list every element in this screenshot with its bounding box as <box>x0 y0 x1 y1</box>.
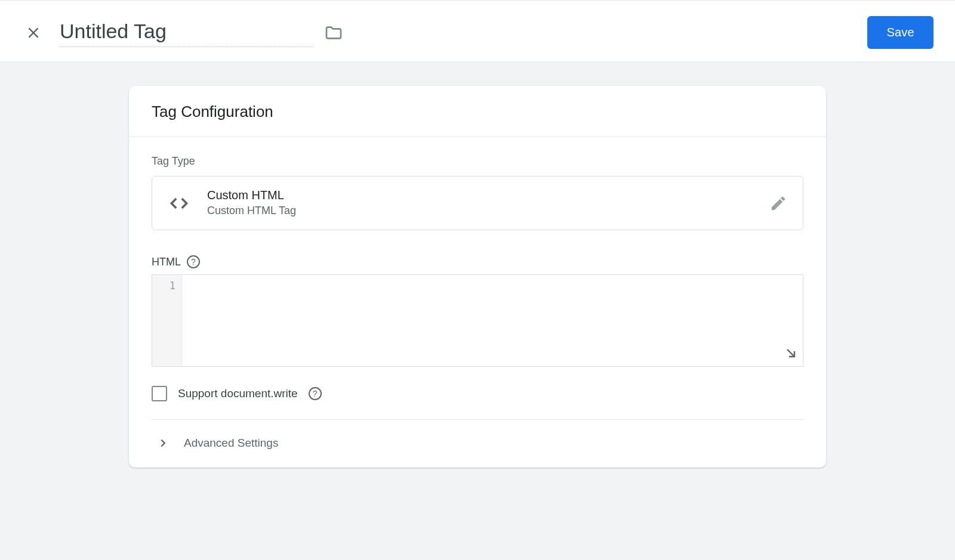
chevron-right-icon <box>156 437 170 450</box>
header-bar: Save <box>0 4 955 62</box>
support-documentwrite-label: Support document.write <box>178 387 298 400</box>
advanced-settings-toggle[interactable]: Advanced Settings <box>152 420 803 468</box>
code-icon <box>168 192 190 215</box>
tag-type-label: Tag Type <box>152 155 803 168</box>
html-help-button[interactable]: ? <box>187 255 200 268</box>
pencil-icon <box>769 194 787 212</box>
documentwrite-help-button[interactable]: ? <box>309 387 322 400</box>
tag-type-selector[interactable]: Custom HTML Custom HTML Tag <box>152 176 803 230</box>
tag-type-text: Custom HTML Custom HTML Tag <box>207 187 753 219</box>
resize-icon <box>784 346 798 360</box>
editor-resize-handle[interactable] <box>784 346 798 363</box>
advanced-settings-label: Advanced Settings <box>184 437 278 450</box>
title-wrap <box>60 18 343 47</box>
support-documentwrite-row: Support document.write ? <box>152 386 803 420</box>
save-button[interactable]: Save <box>867 16 934 49</box>
close-icon <box>26 25 41 41</box>
folder-button[interactable] <box>324 23 343 42</box>
edit-tag-type-button[interactable] <box>769 194 787 212</box>
html-field-label: HTML <box>152 256 181 268</box>
tag-type-title: Custom HTML <box>207 187 753 203</box>
folder-icon <box>324 23 343 42</box>
tag-name-input[interactable] <box>60 18 313 47</box>
support-documentwrite-checkbox[interactable] <box>152 386 167 401</box>
tag-config-card: Tag Configuration Tag Type Custom HTML C… <box>129 86 826 468</box>
svg-line-2 <box>787 349 794 357</box>
content-area: Tag Configuration Tag Type Custom HTML C… <box>0 62 955 485</box>
tag-type-subtitle: Custom HTML Tag <box>207 203 753 219</box>
help-icon: ? <box>191 257 196 267</box>
editor-gutter: 1 <box>152 275 182 366</box>
html-code-input[interactable] <box>182 275 803 366</box>
line-number: 1 <box>152 280 175 292</box>
help-icon: ? <box>313 389 318 398</box>
card-title: Tag Configuration <box>129 86 826 137</box>
close-button[interactable] <box>21 21 45 45</box>
html-code-editor: 1 <box>152 274 803 367</box>
